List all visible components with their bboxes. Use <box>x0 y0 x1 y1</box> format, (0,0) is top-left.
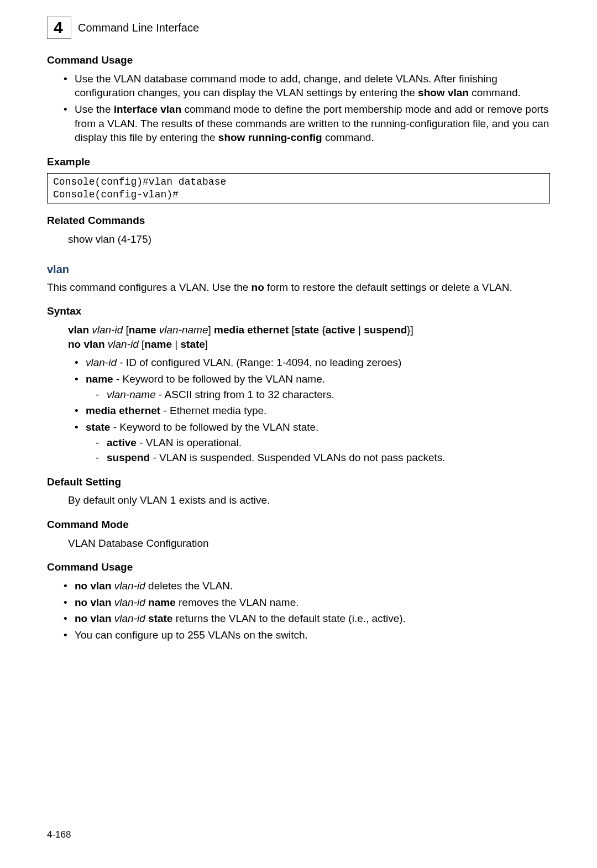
section-command-usage1: Command Usage <box>47 53 550 67</box>
chapter-badge-icon: 4 <box>47 17 71 39</box>
param-vlanid: vlan-id - ID of configured VLAN. (Range:… <box>86 355 550 370</box>
param-media: media ethernet - Ethernet media type. <box>86 404 550 418</box>
usage2-i1: no vlan vlan-id deletes the VLAN. <box>75 579 550 593</box>
param-state: state - Keyword to be followed by the VL… <box>86 420 550 465</box>
section-example: Example <box>47 155 550 169</box>
related-text: show vlan (4-175) <box>47 232 550 247</box>
header-title: Command Line Interface <box>78 20 199 35</box>
page-footer: 4-168 <box>47 829 71 840</box>
section-default: Default Setting <box>47 475 550 489</box>
section-related: Related Commands <box>47 213 550 228</box>
usage2-i3: no vlan vlan-id state returns the VLAN t… <box>75 611 550 626</box>
usage1-item1: Use the VLAN database command mode to ad… <box>75 72 550 100</box>
default-text: By default only VLAN 1 exists and is act… <box>47 493 550 508</box>
page-content: 4 Command Line Interface Command Usage U… <box>0 0 597 681</box>
command-description: This command configures a VLAN. Use the … <box>47 280 550 295</box>
syntax-line2: no vlan vlan-id [name | state] <box>68 337 550 352</box>
syntax-lines: vlan vlan-id [name vlan-name] media ethe… <box>47 323 550 351</box>
section-mode: Command Mode <box>47 517 550 532</box>
usage2-i2: no vlan vlan-id name removes the VLAN na… <box>75 595 550 610</box>
param-vlanname: vlan-name - ASCII string from 1 to 32 ch… <box>107 388 550 402</box>
command-title-vlan: vlan <box>47 262 550 277</box>
param-suspend: suspend - VLAN is suspended. Suspended V… <box>107 451 550 465</box>
param-name: name - Keyword to be followed by the VLA… <box>86 372 550 401</box>
page-header: 4 Command Line Interface <box>47 17 550 39</box>
usage2-list: no vlan vlan-id deletes the VLAN. no vla… <box>47 579 550 642</box>
param-active: active - VLAN is operational. <box>107 436 550 450</box>
chapter-number: 4 <box>54 18 63 36</box>
usage2-i4: You can configure up to 255 VLANs on the… <box>75 628 550 642</box>
section-syntax: Syntax <box>47 304 550 318</box>
usage1-item2: Use the interface vlan command mode to d… <box>75 102 550 145</box>
example-code: Console(config)#vlan database Console(co… <box>47 173 550 203</box>
mode-text: VLAN Database Configuration <box>47 536 550 551</box>
section-command-usage2: Command Usage <box>47 560 550 574</box>
syntax-line1: vlan vlan-id [name vlan-name] media ethe… <box>68 323 550 337</box>
usage1-list: Use the VLAN database command mode to ad… <box>47 72 550 145</box>
syntax-params: vlan-id - ID of configured VLAN. (Range:… <box>47 355 550 464</box>
